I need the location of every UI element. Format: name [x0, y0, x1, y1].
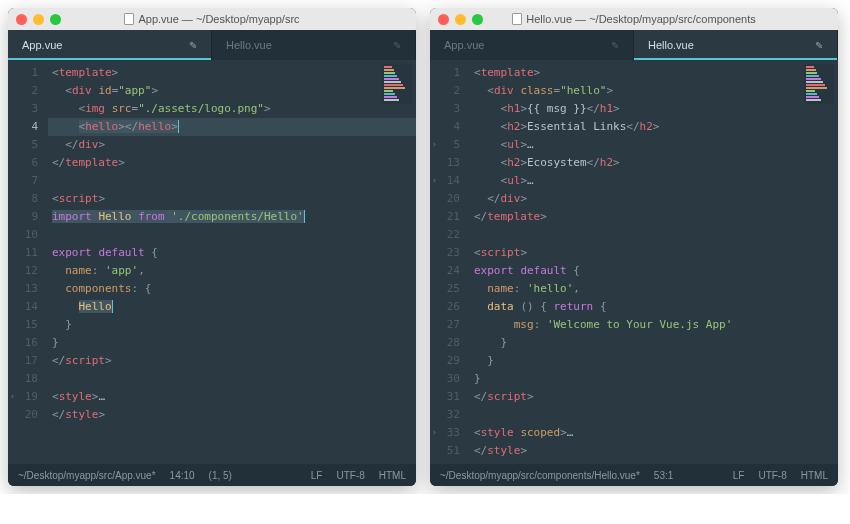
code-line[interactable]: [48, 370, 416, 388]
line-number[interactable]: 6: [8, 154, 48, 172]
status-time[interactable]: 53:1: [654, 470, 673, 481]
code-line[interactable]: </script>: [48, 352, 416, 370]
code-line[interactable]: Hello: [48, 298, 416, 316]
line-number[interactable]: 7: [8, 172, 48, 190]
close-icon[interactable]: [16, 14, 27, 25]
code-line[interactable]: <ul>…: [470, 136, 838, 154]
code-line[interactable]: }: [470, 334, 838, 352]
code-line[interactable]: <h2>Essential Links</h2>: [470, 118, 838, 136]
fold-icon[interactable]: ›: [10, 388, 15, 406]
line-number[interactable]: 9: [8, 208, 48, 226]
minimap[interactable]: [382, 64, 412, 104]
code-line[interactable]: data () { return {: [470, 298, 838, 316]
line-gutter[interactable]: 12345›1314›2021222324252627282930313233›…: [430, 60, 470, 464]
code-line[interactable]: }: [48, 316, 416, 334]
code-line[interactable]: export default {: [470, 262, 838, 280]
line-number[interactable]: 51: [430, 442, 470, 460]
code-line[interactable]: <h2>Ecosystem</h2>: [470, 154, 838, 172]
code-line[interactable]: <hello></hello>: [48, 118, 416, 136]
line-number[interactable]: 12: [8, 262, 48, 280]
status-enc[interactable]: UTF-8: [758, 470, 786, 481]
code-line[interactable]: [48, 226, 416, 244]
line-number[interactable]: 32: [430, 406, 470, 424]
tab-app-vue[interactable]: App.vue ✎: [8, 30, 212, 60]
code-line[interactable]: <style>…: [48, 388, 416, 406]
line-number[interactable]: 26: [430, 298, 470, 316]
status-enc[interactable]: UTF-8: [336, 470, 364, 481]
code-line[interactable]: import Hello from './components/Hello': [48, 208, 416, 226]
status-eol[interactable]: LF: [311, 470, 323, 481]
line-number[interactable]: 27: [430, 316, 470, 334]
status-lang[interactable]: HTML: [379, 470, 406, 481]
code-line[interactable]: }: [470, 352, 838, 370]
line-number[interactable]: 3: [8, 100, 48, 118]
line-number[interactable]: 20: [430, 190, 470, 208]
line-number[interactable]: 29: [430, 352, 470, 370]
line-number[interactable]: 11: [8, 244, 48, 262]
code-editor[interactable]: 12345›1314›2021222324252627282930313233›…: [430, 60, 838, 464]
code-line[interactable]: <ul>…: [470, 172, 838, 190]
line-number[interactable]: 13: [430, 154, 470, 172]
zoom-icon[interactable]: [472, 14, 483, 25]
code-line[interactable]: </style>: [48, 406, 416, 424]
line-number[interactable]: 30: [430, 370, 470, 388]
line-number[interactable]: 10: [8, 226, 48, 244]
line-number[interactable]: 1: [8, 64, 48, 82]
line-number[interactable]: 4: [8, 118, 48, 136]
code-line[interactable]: [470, 406, 838, 424]
line-number[interactable]: 5›: [430, 136, 470, 154]
fold-icon[interactable]: ›: [432, 172, 437, 190]
line-number[interactable]: 15: [8, 316, 48, 334]
line-number[interactable]: 20: [8, 406, 48, 424]
code-editor[interactable]: 12345678910111213141516171819›20 <templa…: [8, 60, 416, 464]
line-number[interactable]: 8: [8, 190, 48, 208]
code-line[interactable]: msg: 'Welcome to Your Vue.js App': [470, 316, 838, 334]
code-line[interactable]: </template>: [48, 154, 416, 172]
code-line[interactable]: [48, 172, 416, 190]
line-number[interactable]: 23: [430, 244, 470, 262]
code-line[interactable]: </div>: [48, 136, 416, 154]
line-number[interactable]: 4: [430, 118, 470, 136]
code-line[interactable]: <h1>{{ msg }}</h1>: [470, 100, 838, 118]
line-number[interactable]: 2: [8, 82, 48, 100]
line-number[interactable]: 24: [430, 262, 470, 280]
code-area[interactable]: <template> <div class="hello"> <h1>{{ ms…: [470, 60, 838, 464]
code-line[interactable]: components: {: [48, 280, 416, 298]
line-number[interactable]: 1: [430, 64, 470, 82]
line-number[interactable]: 31: [430, 388, 470, 406]
minimize-icon[interactable]: [455, 14, 466, 25]
tab-app-vue[interactable]: App.vue ✎: [430, 30, 634, 60]
code-line[interactable]: </script>: [470, 388, 838, 406]
code-line[interactable]: export default {: [48, 244, 416, 262]
line-number[interactable]: 25: [430, 280, 470, 298]
minimize-icon[interactable]: [33, 14, 44, 25]
line-number[interactable]: 3: [430, 100, 470, 118]
line-number[interactable]: 22: [430, 226, 470, 244]
line-number[interactable]: 5: [8, 136, 48, 154]
fold-icon[interactable]: ›: [432, 424, 437, 442]
close-icon[interactable]: [438, 14, 449, 25]
line-number[interactable]: 2: [430, 82, 470, 100]
titlebar[interactable]: App.vue — ~/Desktop/myapp/src: [8, 8, 416, 30]
code-line[interactable]: </div>: [470, 190, 838, 208]
line-number[interactable]: 16: [8, 334, 48, 352]
code-line[interactable]: name: 'app',: [48, 262, 416, 280]
line-number[interactable]: 28: [430, 334, 470, 352]
code-line[interactable]: <script>: [470, 244, 838, 262]
status-pos[interactable]: (1, 5): [209, 470, 232, 481]
fold-icon[interactable]: ›: [432, 136, 437, 154]
line-number[interactable]: 14›: [430, 172, 470, 190]
tab-hello-vue[interactable]: Hello.vue ✎: [634, 30, 838, 60]
code-line[interactable]: <template>: [48, 64, 416, 82]
line-number[interactable]: 13: [8, 280, 48, 298]
code-line[interactable]: <script>: [48, 190, 416, 208]
line-number[interactable]: 21: [430, 208, 470, 226]
titlebar[interactable]: Hello.vue — ~/Desktop/myapp/src/componen…: [430, 8, 838, 30]
code-line[interactable]: <style scoped>…: [470, 424, 838, 442]
line-number[interactable]: 18: [8, 370, 48, 388]
code-line[interactable]: <img src="./assets/logo.png">: [48, 100, 416, 118]
code-line[interactable]: <template>: [470, 64, 838, 82]
code-line[interactable]: <div id="app">: [48, 82, 416, 100]
code-line[interactable]: }: [470, 370, 838, 388]
status-path[interactable]: ~/Desktop/myapp/src/App.vue*: [18, 470, 156, 481]
